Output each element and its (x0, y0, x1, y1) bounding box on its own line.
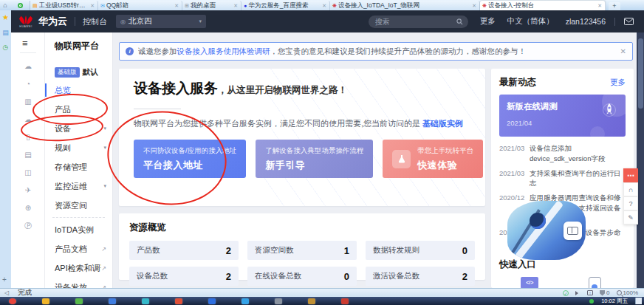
browser-tab-usb[interactable]: ▤ 工业级USB转rs485通讯模块 ✕ (30, 1, 98, 10)
sidebar-item-devices[interactable]: 设备 ▾ (45, 119, 112, 138)
tab-close-icon[interactable]: ✕ (597, 3, 603, 9)
game-character-popup[interactable] (507, 201, 586, 260)
taskbar-app-icon[interactable] (208, 298, 216, 304)
docs-icon[interactable]: ⊕ (11, 199, 45, 217)
taskbar-clock[interactable]: 10:02 周五 (601, 298, 628, 305)
browser-home-icon[interactable]: ⌂ (0, 1, 10, 10)
show-desktop-button[interactable] (635, 298, 642, 304)
username[interactable]: zlan123456 (566, 17, 606, 26)
devices-icon[interactable]: ▥ (11, 93, 45, 111)
taskbar-app-icon[interactable] (142, 298, 149, 304)
tab-close-icon[interactable]: ✕ (321, 3, 327, 9)
windows-taskbar: 10:02 周五 (0, 297, 644, 305)
taskbar-app-icon[interactable] (75, 298, 83, 304)
sidebar-item-monitor[interactable]: 监控运维 ▾ (45, 177, 112, 196)
brand-name[interactable]: 华为云 (38, 15, 67, 28)
history-clock-icon[interactable]: ◷ (3, 44, 9, 51)
instance-icon[interactable]: ✈ (11, 182, 45, 199)
rail-add-icon[interactable]: + (2, 275, 7, 284)
new-tab-button[interactable]: + (609, 2, 620, 10)
storage-icon[interactable]: ▯ (11, 128, 45, 146)
rules-icon[interactable]: ☁ (11, 111, 45, 128)
chevron-down-icon: ▾ (103, 126, 106, 131)
browser-tab-iotda[interactable]: ❋ 设备接入_IoTDA_IoT_物联网 ✕ (330, 1, 480, 10)
feature-banner[interactable]: 新版在线调测 2021/04 (499, 95, 626, 137)
external-link-icon: ↗ (101, 246, 106, 253)
chat-feedback-icon[interactable]: ⋯ (623, 168, 638, 182)
resources-icon[interactable]: ◫ (11, 164, 45, 182)
taskbar-app-icon[interactable] (175, 298, 182, 304)
popup-book-button[interactable] (564, 222, 582, 240)
tab-close-icon[interactable]: ✕ (233, 3, 239, 9)
stat-activated-devices[interactable]: 激活设备总数 2 (366, 267, 475, 286)
huawei-logo-icon[interactable]: HUAWEI (18, 16, 33, 28)
hamburger-menu-icon[interactable]: ≡ (22, 38, 44, 48)
stat-forward-rules[interactable]: 数据转发规则 0 (366, 241, 475, 260)
sidebar-item-api-explorer[interactable]: API检索和调试 ↗ (45, 258, 112, 278)
tab-close-icon[interactable]: ✕ (471, 3, 477, 9)
language-selector[interactable]: 中文（简体） (507, 16, 554, 27)
speaker-icon[interactable] (575, 291, 580, 295)
header-divider (75, 17, 75, 26)
survey-edit-icon[interactable]: ✎ (623, 210, 638, 225)
console-link[interactable]: 控制台 (83, 16, 107, 27)
news-more-link[interactable]: 更多 (610, 78, 626, 88)
sidebar-item-products[interactable]: 产品 (45, 100, 112, 119)
header-search[interactable] (369, 16, 468, 28)
stat-resource-space-count[interactable]: 资源空间数 1 (247, 241, 357, 260)
overview-icon[interactable]: ☁ (11, 58, 45, 75)
banner-close-icon[interactable]: ✕ (620, 47, 626, 55)
products-icon[interactable]: ◔ (11, 75, 45, 93)
sidebar-item-overview[interactable]: 总览 (45, 80, 112, 100)
taskbar-app-icon[interactable] (341, 298, 349, 304)
favorites-star-icon[interactable]: ★ (2, 14, 9, 21)
browser-tab-console-active[interactable]: ❋ 设备接入-控制台 ✕ (480, 1, 606, 10)
pinned-tab[interactable] (10, 1, 30, 10)
external-link-icon: ↗ (101, 265, 106, 272)
basic-edition-link[interactable]: 基础版实例 (422, 119, 463, 128)
security-check-icon[interactable]: ✓ (563, 290, 569, 296)
messages-mail-icon[interactable] (624, 15, 634, 28)
download-box-icon[interactable]: ↑ (587, 290, 593, 295)
sidebar-item-product-docs[interactable]: 产品文档 ↗ (45, 239, 112, 258)
platform-access-address-card[interactable]: 不同协议设备/应用的接入地址 平台接入地址 (134, 140, 246, 178)
tab-close-icon[interactable]: ✕ (174, 3, 179, 9)
page-scrollbar[interactable] (637, 32, 644, 288)
taskbar-app-icon[interactable] (242, 298, 249, 304)
collapse-arrow-icon[interactable]: ◁ (4, 289, 9, 296)
taskbar-app-icon[interactable] (275, 298, 282, 304)
shield-counter[interactable]: 0 (600, 289, 609, 296)
sidebar-item-storage[interactable]: 存储管理 (45, 157, 112, 177)
news-item[interactable]: 2021/03 支持采集和查询平台的运行日志 (499, 168, 626, 189)
scrollbar-thumb[interactable] (638, 38, 643, 109)
zoom-control[interactable]: 100% (617, 289, 638, 296)
taskbar-app-icon[interactable] (42, 298, 49, 304)
survey-link[interactable]: 设备接入服务使用体验调研 (177, 47, 270, 55)
quick-experience-card[interactable]: 带您上手玩转平台 快速体验 (383, 140, 483, 178)
taskbar-app-icon[interactable] (308, 298, 315, 304)
monitor-icon[interactable]: ▤ (11, 146, 45, 164)
help-icon[interactable]: ? (623, 196, 638, 210)
sidebar-item-resource-space[interactable]: 资源空间 (45, 196, 112, 215)
survey-banner: i 诚邀您参加设备接入服务使用体验调研，您宝贵的意见和建议是我们持续提升产品体验… (119, 42, 633, 61)
sidebar-item-rules[interactable]: 规则 ▾ (45, 138, 112, 157)
browser-tab-qqmail[interactable]: ✉ QQ邮箱 ✕ (98, 1, 182, 10)
tab-close-icon[interactable]: ✕ (89, 3, 95, 9)
taskbar-app-icon[interactable] (109, 298, 116, 304)
news-item[interactable]: 2021/03 设备信息添加device_sdk_version字段 (499, 143, 626, 164)
stat-online-devices[interactable]: 在线设备总数 0 (247, 267, 357, 286)
sidebar-item-iotda-instance[interactable]: IoTDA实例 (45, 220, 112, 239)
region-selector[interactable]: ◎ 北京四 ▾ (116, 15, 206, 28)
browser-tab-baidu[interactable]: ● 华为云服务_百度搜索 ✕ (242, 1, 330, 10)
tray-green-icon[interactable] (589, 299, 594, 304)
api-icon[interactable]: Ⓟ (11, 217, 45, 235)
beginner-guide-card[interactable]: 了解设备接入典型场景操作流程 新手引导 (256, 140, 373, 178)
more-menu[interactable]: 更多 (480, 16, 496, 27)
browser-tab-desktop[interactable]: ⊞ 我的桌面 ✕ (182, 1, 242, 10)
search-input[interactable] (374, 17, 453, 27)
taskbar-app-icon[interactable] (9, 298, 16, 304)
stat-device-total[interactable]: 设备总数 2 (129, 267, 239, 286)
headset-support-icon[interactable]: ∩ (623, 182, 638, 196)
stat-product-count[interactable]: 产品数 2 (129, 241, 239, 260)
bookmarks-icon[interactable]: ▤ (2, 30, 9, 36)
